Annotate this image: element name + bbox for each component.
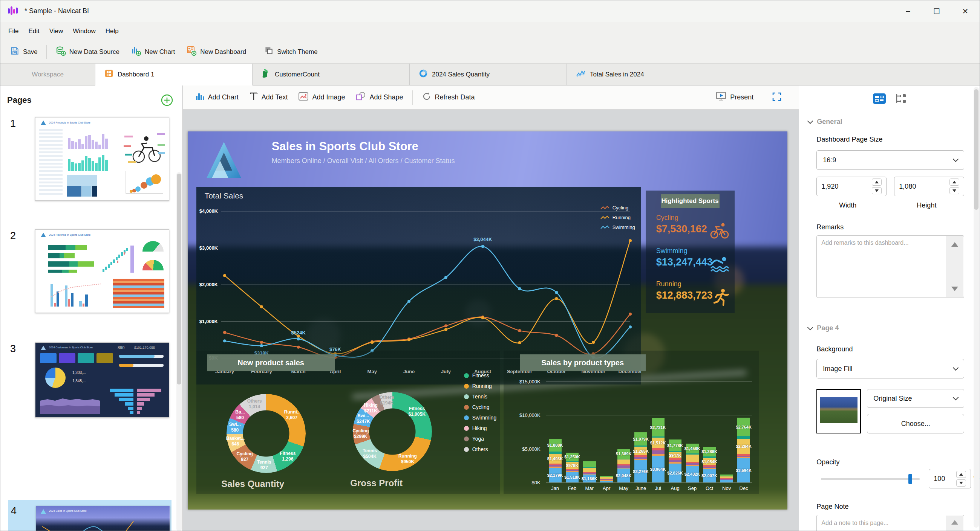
refresh-data-button[interactable]: Refresh Data (417, 89, 480, 106)
bar-mar[interactable]: $1,166K (583, 461, 596, 482)
close-button[interactable]: ✕ (951, 0, 980, 22)
height-up-button[interactable] (950, 179, 959, 185)
mini-kpi-4 (97, 353, 113, 363)
bar-may[interactable]: $2,048K$1,389K (617, 449, 630, 482)
bar-segment-fitness: $2,764K (737, 418, 750, 436)
bar-segment-cycling (600, 480, 613, 481)
page4-section-header[interactable]: Page 4 (808, 324, 838, 332)
menu-help[interactable]: Help (101, 25, 124, 37)
bar-segment-fitness: $1,778K (669, 439, 681, 452)
bar-nov[interactable] (720, 474, 733, 482)
choose-image-button[interactable]: Choose... (867, 414, 964, 433)
menu-view[interactable]: View (45, 25, 68, 37)
bar-dec[interactable]: $3,594K$2,284K$2,764K (737, 418, 750, 482)
add-shape-button[interactable]: Add Shape (350, 89, 408, 106)
bar-jan[interactable]: $2,179K$1,493K$1,888K (549, 439, 562, 482)
add-page-button[interactable] (161, 94, 173, 106)
width-down-button[interactable] (872, 187, 881, 194)
menu-file[interactable]: File (3, 25, 23, 37)
mini-line-chart (41, 517, 135, 531)
y-axis-label: $5,000K (504, 446, 541, 452)
bar-segment-hiking (652, 448, 665, 450)
page-thumbnail-2[interactable]: 2024 Revenue in Sports Club Store (35, 229, 169, 313)
opacity-up-button[interactable] (956, 471, 966, 478)
page-note-input[interactable]: Add a note to this page... (816, 515, 964, 531)
tab-customer-count[interactable]: CustomerCount (253, 63, 410, 85)
gross-profit-donut[interactable]: Fitness$1,005KRunning$950KTennis$504KCyc… (353, 392, 432, 471)
new-product-sales-panel[interactable]: New product sales Runni..2,607Fitness1,2… (196, 350, 500, 494)
structure-view-icon[interactable] (894, 93, 907, 106)
add-text-button[interactable]: Add Text (244, 89, 293, 106)
bar-segment-running (686, 455, 699, 462)
width-up-button[interactable] (872, 179, 881, 185)
save-icon (10, 46, 20, 58)
remarks-scrollbar[interactable] (946, 236, 963, 297)
sales-by-product-types-panel[interactable]: Sales by product types $0K$5,000K$10,000… (504, 350, 759, 494)
save-button[interactable]: Save (4, 44, 43, 60)
bar-segment-fitness: $1,250K (566, 453, 579, 461)
width-input[interactable]: 1,920 (816, 177, 886, 196)
new-chart-button[interactable]: New Chart (125, 44, 181, 60)
background-image-preview[interactable] (816, 389, 861, 433)
inspector-scrollbar[interactable] (974, 87, 979, 528)
note-scrollbar[interactable] (946, 515, 963, 531)
page-item-4-selected[interactable]: 4 2024 Sales in Sports Club Store (8, 500, 172, 531)
svg-text:$1,000K: $1,000K (199, 319, 218, 324)
dashboard-subtitle: Members Online / Overall Visit / All Ord… (272, 157, 455, 165)
bar-jul[interactable]: $3,964K$1,512K$2,731K (652, 418, 665, 482)
bar-oct[interactable]: $2,007K$1,054K$1,388K (703, 447, 716, 482)
add-image-button[interactable]: Add Image (293, 89, 350, 106)
tab-total-sales-2024[interactable]: Total Sales in 2024 (567, 63, 724, 85)
opacity-slider[interactable] (821, 478, 920, 480)
opacity-input[interactable]: 100 (929, 469, 971, 488)
present-button[interactable]: Present (710, 89, 759, 106)
fullscreen-icon[interactable] (772, 92, 782, 103)
bar-segment-hiking (669, 458, 681, 460)
page-thumbnail-4[interactable]: 2024 Sales in Sports Club Store (36, 506, 170, 531)
bar-june[interactable]: $3,276K$1,265K$1,979K (634, 432, 647, 482)
minimize-button[interactable]: – (894, 0, 922, 22)
new-data-source-button[interactable]: New Data Source (50, 44, 125, 60)
remarks-textarea[interactable]: Add remarks to this dashboard... (816, 235, 964, 298)
image-size-select[interactable]: Original Size (867, 389, 964, 408)
page-thumbnail-3[interactable]: 2024 Customers in Sports Club Store 890 … (35, 342, 169, 418)
tab-sales-quantity-2024[interactable]: 2024 Sales Quantity (410, 63, 567, 85)
bar-sep[interactable]: $2,432K$1,458K (686, 444, 699, 482)
bar-segment-hiking (566, 469, 579, 470)
new-dashboard-button[interactable]: New Dashboard (181, 44, 252, 60)
height-down-button[interactable] (950, 187, 959, 194)
page-item-2[interactable]: 2 2024 Revenue in Sports Club Store (0, 229, 183, 320)
page-thumbnail-1[interactable]: 2024 Products in Sports Club Store (35, 117, 169, 201)
general-section-header[interactable]: General (808, 118, 842, 126)
menu-edit[interactable]: Edit (23, 25, 44, 37)
bar-apr[interactable] (600, 476, 613, 482)
page-number: 1 (10, 118, 16, 130)
bar-segment-yoga (720, 479, 733, 479)
donut-segment-label-running: Runni..2,607 (284, 409, 300, 421)
highlighted-sports-panel[interactable]: Highlighted Sports Cycling$7,530,162Swim… (646, 190, 735, 313)
bar-segment-running: $978K (566, 462, 579, 469)
page-size-select[interactable]: 16:9 (816, 150, 964, 170)
dashboard-properties-view-icon[interactable] (873, 93, 886, 106)
switch-theme-button[interactable]: Switch Theme (258, 44, 323, 60)
background-fill-select[interactable]: Image Fill (816, 359, 964, 379)
mini-kpi-2 (59, 353, 75, 363)
height-input[interactable]: 1,080 (894, 177, 964, 196)
add-chart-button[interactable]: Add Chart (189, 89, 244, 106)
bar-feb[interactable]: $1,518K$978K$1,250K (566, 453, 579, 482)
menu-window[interactable]: Window (68, 25, 100, 37)
x-axis-label: Dec (732, 485, 755, 491)
tab-dashboard-1[interactable]: Dashboard 1 (95, 63, 253, 86)
sidebar-scrollbar[interactable] (177, 172, 182, 531)
dashboard-page[interactable]: Sales in Sports Club Store Members Onlin… (188, 132, 788, 510)
page-item-3[interactable]: 3 2024 Customers in Sports Club Store 89… (0, 342, 183, 425)
opacity-slider-handle[interactable] (908, 474, 912, 484)
tab-workspace[interactable]: Workspace (0, 63, 95, 85)
bar-segment-yoga (703, 467, 716, 468)
dashboard-canvas[interactable]: Sales in Sports Club Store Members Onlin… (183, 109, 799, 531)
maximize-button[interactable]: ☐ (922, 0, 951, 22)
sales-quantity-donut[interactable]: Runni..2,607Fitness1,296Tennis927Cycling… (226, 394, 306, 473)
bar-aug[interactable]: $2,826K$947K$1,778K (669, 439, 681, 482)
page-item-1[interactable]: 1 2024 Products in Sports Club Store (0, 117, 183, 208)
opacity-down-button[interactable] (956, 479, 966, 487)
